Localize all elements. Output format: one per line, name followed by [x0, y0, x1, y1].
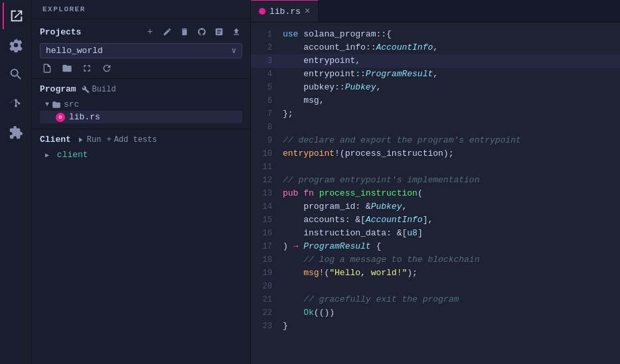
line-content-5: pubkey::Pubkey, — [283, 81, 620, 94]
line-content-1: use solana_program::{ — [283, 28, 620, 41]
line-num-6: 6 — [251, 94, 283, 107]
src-folder: src — [52, 99, 79, 109]
code-line-14: 14 program_id: &Pubkey, — [251, 200, 620, 213]
code-line-10: 10 entrypoint!(process_instruction); — [251, 147, 620, 160]
import-button[interactable] — [213, 26, 225, 38]
line-num-14: 14 — [251, 200, 283, 213]
sidebar: EXPLORER Projects + — [32, 0, 251, 364]
line-content-14: program_id: &Pubkey, — [283, 200, 620, 213]
line-num-23: 23 — [251, 320, 283, 333]
line-content-7: }; — [283, 107, 620, 121]
line-num-9: 9 — [251, 134, 283, 147]
code-line-2: 2 account_info::AccountInfo, — [251, 41, 620, 54]
line-content-2: account_info::AccountInfo, — [283, 41, 620, 54]
tab-bar: lib.rs × — [251, 0, 620, 23]
project-selector[interactable]: hello_world ∨ — [40, 43, 242, 58]
code-line-9: 9 // declare and export the program's en… — [251, 134, 620, 147]
run-button[interactable]: Run — [76, 135, 102, 145]
code-line-13: 13 pub fn process_instruction( — [251, 187, 620, 200]
add-project-button[interactable]: + — [144, 26, 156, 38]
projects-section: Projects + hello — [32, 19, 250, 79]
code-line-19: 19 msg!("Hello, world!"); — [251, 267, 620, 280]
src-folder-item[interactable]: ▼ src — [40, 98, 242, 111]
delete-project-button[interactable] — [179, 26, 191, 38]
line-content-12: // program entrypoint's implementation — [283, 174, 620, 187]
github-button[interactable] — [196, 26, 208, 38]
activity-bar-git[interactable] — [3, 90, 29, 117]
lib-rs-file[interactable]: ⚙ lib.rs — [40, 111, 242, 123]
git-icon — [9, 96, 23, 111]
code-line-11: 11 — [251, 160, 620, 174]
extensions-icon — [9, 125, 23, 140]
projects-icons: + — [144, 26, 242, 38]
add-tests-button[interactable]: + Add tests — [106, 135, 157, 145]
build-button[interactable]: Build — [82, 85, 116, 94]
new-file-icon[interactable] — [41, 62, 53, 74]
code-line-8: 8 — [251, 121, 620, 134]
activity-bar — [0, 0, 32, 364]
code-line-22: 22 Ok(()) — [251, 306, 620, 320]
line-num-13: 13 — [251, 187, 283, 200]
client-label: Client — [40, 135, 71, 145]
refresh-icon[interactable] — [101, 62, 113, 74]
client-folder-label: client — [57, 150, 88, 160]
activity-bar-explorer[interactable] — [3, 3, 29, 29]
line-content-19: msg!("Hello, world!"); — [283, 267, 620, 280]
export-button[interactable] — [230, 26, 242, 38]
edit-project-button[interactable] — [161, 26, 173, 38]
project-name: hello_world — [46, 46, 103, 56]
code-line-21: 21 // gracefully exit the program — [251, 293, 620, 306]
line-num-3: 3 — [251, 54, 283, 68]
code-line-15: 15 accounts: &[AccountInfo], — [251, 213, 620, 227]
search-icon — [9, 67, 23, 82]
activity-bar-extensions[interactable] — [3, 119, 29, 146]
run-label: Run — [87, 135, 102, 145]
line-num-19: 19 — [251, 267, 283, 280]
line-num-15: 15 — [251, 213, 283, 227]
folder-icon — [52, 100, 61, 109]
add-tests-label: Add tests — [114, 135, 157, 145]
line-num-11: 11 — [251, 160, 283, 174]
code-line-23: 23 } — [251, 320, 620, 333]
line-content-23: } — [283, 320, 620, 333]
projects-label: Projects — [40, 27, 81, 37]
expand-arrow-icon: ▼ — [45, 101, 49, 108]
new-folder-icon[interactable] — [61, 62, 73, 74]
projects-row: Projects + — [40, 26, 242, 38]
line-num-22: 22 — [251, 306, 283, 320]
line-content-22: Ok(()) — [283, 306, 620, 320]
line-num-5: 5 — [251, 81, 283, 94]
lib-rs-tab[interactable]: lib.rs × — [251, 0, 319, 22]
line-num-4: 4 — [251, 68, 283, 81]
line-content-9: // declare and export the program's entr… — [283, 134, 620, 147]
line-num-21: 21 — [251, 293, 283, 306]
tab-filename: lib.rs — [270, 7, 301, 17]
code-line-4: 4 entrypoint::ProgramResult, — [251, 68, 620, 81]
line-content-6: msg, — [283, 94, 620, 107]
settings-icon — [9, 38, 23, 52]
src-folder-label: src — [64, 99, 79, 109]
program-label: Program — [40, 84, 76, 94]
activity-bar-search[interactable] — [3, 61, 29, 88]
line-content-3: entrypoint, — [283, 54, 620, 68]
line-num-17: 17 — [251, 240, 283, 253]
rust-tab-icon — [259, 8, 266, 15]
line-content-15: accounts: &[AccountInfo], — [283, 213, 620, 227]
line-num-2: 2 — [251, 41, 283, 54]
line-num-18: 18 — [251, 253, 283, 267]
line-num-7: 7 — [251, 107, 283, 121]
program-section: Program Build ▼ src ⚙ lib.rs — [32, 79, 250, 129]
tab-close-button[interactable]: × — [305, 7, 310, 16]
code-line-17: 17 ) → ProgramResult { — [251, 240, 620, 253]
lib-rs-label: lib.rs — [69, 112, 100, 122]
code-line-3: 3 entrypoint, — [251, 54, 620, 68]
sidebar-header: EXPLORER — [32, 0, 250, 19]
line-num-10: 10 — [251, 147, 283, 160]
client-folder-item[interactable]: ▶ client — [40, 149, 242, 161]
editor-area: lib.rs × 1 use solana_program::{ 2 accou… — [251, 0, 620, 364]
line-content-10: entrypoint!(process_instruction); — [283, 147, 620, 160]
line-num-20: 20 — [251, 280, 283, 293]
collapse-icon[interactable] — [81, 62, 93, 74]
code-line-5: 5 pubkey::Pubkey, — [251, 81, 620, 94]
activity-bar-settings[interactable] — [3, 32, 29, 58]
